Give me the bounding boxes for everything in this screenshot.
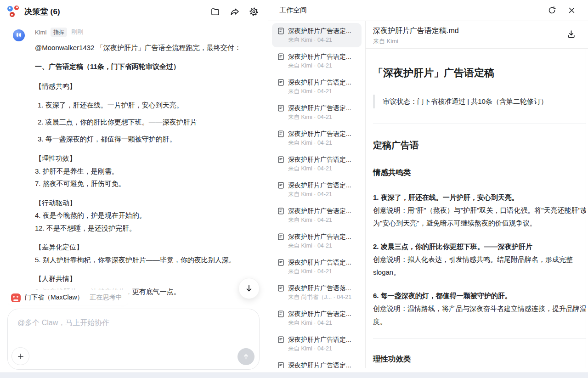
document-icon xyxy=(277,53,285,61)
doc-paragraph: 6. 每一盏深夜的灯，都值得一颗被守护的肝。创意说明：温情路线，将产品与深夜奋斗… xyxy=(373,289,586,328)
folder-icon[interactable] xyxy=(210,7,220,17)
doc-heading: 「深夜护肝片」广告语定稿 xyxy=(373,66,586,80)
file-title: 深夜护肝片广告语定... xyxy=(288,103,351,113)
file-meta: 来自 Kimi · 04-21 xyxy=(288,345,351,353)
thinking-agent-name: 门下省（MaxClaw） xyxy=(25,293,84,302)
chat-header: 决策堂 (6) xyxy=(0,0,268,22)
file-meta: 来自 Kimi · 04-21 xyxy=(288,319,351,327)
file-title: 深夜护肝片广告语定... xyxy=(288,361,351,368)
file-title: 深夜护肝片广告语定... xyxy=(288,26,351,35)
file-list-item[interactable]: 深夜护肝片广告语定...来自 Kimi · 04-21 xyxy=(272,229,362,253)
file-list-item[interactable]: 深夜护肝片广告语定...来自 Kimi · 04-21 xyxy=(272,126,362,150)
close-icon[interactable] xyxy=(567,6,576,15)
document-icon xyxy=(277,259,285,266)
thinking-indicator: 门下省（MaxClaw） 正在思考中 xyxy=(8,290,128,305)
file-title: 深夜护肝片广告语定... xyxy=(288,309,351,318)
doc-explanation: 创意说明：拟人化表达，引发情感共鸣。结尾附品牌名，形成完整slogan。 xyxy=(373,255,573,276)
message-line: 【情感共鸣】 xyxy=(35,80,257,92)
file-meta: 来自 Kimi · 04-21 xyxy=(288,62,351,70)
document-icon xyxy=(277,233,285,241)
plus-icon xyxy=(17,352,25,361)
message-line: 4. 夜是今晚熬的，护是现在开始的。 xyxy=(35,209,257,222)
document-content: 「深夜护肝片」广告语定稿审议状态：门下省核准通过 | 共10条（含第二轮修订）定… xyxy=(373,66,586,368)
kimi-avatar xyxy=(13,29,25,41)
file-title: 深夜护肝片广告语定... xyxy=(288,155,351,164)
arrow-up-icon xyxy=(242,353,250,361)
doc-slogan: 6. 每一盏深夜的灯，都值得一颗被守护的肝。 xyxy=(373,289,586,302)
settings-icon[interactable] xyxy=(249,7,259,17)
file-meta: 来自 尚书省（J... · 04-21 xyxy=(288,293,351,301)
doc-blockquote: 审议状态：门下省核准通过 | 共10条（含第二轮修订） xyxy=(373,95,586,108)
doc-paragraph: 1. 夜深了，肝还在线。一片护肝，安心到天亮。创意说明：用"肝"（熬夜）与"护肝… xyxy=(373,191,586,230)
file-list-item[interactable]: 深夜护肝片广告语定...来自 Kimi · 04-21 xyxy=(272,74,362,99)
file-list-item[interactable]: 深夜护肝片广告语定...来自 Kimi · 04-21 xyxy=(272,23,362,47)
document-icon xyxy=(277,207,285,215)
file-title: 深夜护肝片广告语定... xyxy=(288,206,351,215)
file-list-item[interactable]: 深夜护肝片广告语定...来自 Kimi · 04-21 xyxy=(272,254,362,279)
message-line: @Moonwalker1432 「深夜护肝片」广告语全流程跑完，最终交付： xyxy=(35,41,257,54)
message-line: 3. 护肝不是养生，是刚需。 xyxy=(35,165,257,178)
document-icon xyxy=(277,104,285,112)
composer-placeholder: @多个 Claw，马上开始协作 xyxy=(8,309,259,328)
attach-button[interactable] xyxy=(11,347,29,365)
doc-explanation: 创意说明：用"肝"（熬夜）与"护肝"双关，口语化强。将"天亮还能肝"改为"安心到… xyxy=(373,206,586,227)
document-icon xyxy=(277,181,285,189)
file-list-item[interactable]: 深夜护肝片广告语定...来自 Kimi · 04-21 xyxy=(272,49,362,73)
document-preview[interactable]: 「深夜护肝片」广告语定稿审议状态：门下省核准通过 | 共10条（含第二轮修订）定… xyxy=(366,49,586,368)
file-list-item[interactable]: 深夜护肝片广告语定...来自 Kimi · 04-21 xyxy=(272,203,362,227)
doc-slogan: 2. 凌晨三点，你的肝比你更想下班。——深夜护肝片 xyxy=(373,240,586,253)
message-list-item: 1. 夜深了，肝还在线。一片护肝，安心到天亮。 xyxy=(38,99,257,112)
file-meta: 来自 Kimi · 04-21 xyxy=(288,139,351,147)
file-list-item[interactable]: 深夜护肝片广告语定...来自 Kimi · 04-21 xyxy=(272,177,362,202)
doc-explanation: 创意说明：温情路线，将产品与深夜奋斗者建立情感连接，提升品牌温度。 xyxy=(373,305,586,325)
doc-paragraph: 2. 凌晨三点，你的肝比你更想下班。——深夜护肝片创意说明：拟人化表达，引发情感… xyxy=(373,240,586,279)
send-button[interactable] xyxy=(237,348,254,365)
file-title: 深夜护肝片广告语定... xyxy=(288,78,351,87)
message-time: 刚刚 xyxy=(71,28,83,36)
document-icon xyxy=(277,310,285,318)
scroll-to-bottom-button[interactable] xyxy=(238,278,260,299)
file-meta: 来自 Kimi · 04-21 xyxy=(288,242,351,250)
message-line: 5. 别人护肝靠枸杞，你靠深夜护肝片——毕竟，你的夜比别人深。 xyxy=(35,254,257,266)
file-meta: 来自 Kimi · 04-21 xyxy=(288,216,351,224)
message-author: Kimi xyxy=(35,29,46,36)
arrow-down-icon xyxy=(244,284,254,293)
message-group: 【差异化定位】5. 别人护肝靠枸杞，你靠深夜护肝片——毕竟，你的夜比别人深。 xyxy=(35,241,257,266)
refresh-icon[interactable] xyxy=(548,6,556,15)
message-body: @Moonwalker1432 「深夜护肝片」广告语全流程跑完，最终交付：一、广… xyxy=(35,41,259,298)
file-title: 深夜护肝片广告语定... xyxy=(288,258,351,267)
workspace-header: 工作空间 xyxy=(268,0,588,21)
message-group: 【理性功效】3. 护肝不是养生，是刚需。7. 熬夜不可避免，肝伤可免。 xyxy=(35,152,257,190)
document-icon xyxy=(277,156,285,164)
chat-panel: 决策堂 (6) xyxy=(0,0,268,373)
file-title: 深夜护肝片广告语定... xyxy=(288,129,351,138)
share-icon[interactable] xyxy=(230,7,239,17)
robot-avatar-icon xyxy=(11,293,21,302)
file-list-item[interactable]: 深夜护肝片广告语定...来自 Kimi · 04-21 xyxy=(272,306,362,330)
message-composer[interactable]: @多个 Claw，马上开始协作 xyxy=(7,309,260,370)
file-meta: 来自 Kimi · 04-21 xyxy=(288,36,351,44)
file-list-item[interactable]: 深夜护肝片广告语定...来自 Kimi · 04-21 xyxy=(272,100,362,124)
file-title: 深夜护肝片广告语定... xyxy=(288,181,351,190)
group-logo-icon xyxy=(7,6,20,17)
message-list: 1. 夜深了，肝还在线。一片护肝，安心到天亮。2. 凌晨三点，你的肝比你更想下班… xyxy=(35,99,257,146)
file-list-item[interactable]: 深夜护肝片广告语定...来自 Kimi · 04-21 xyxy=(272,332,362,356)
role-badge: 指挥 xyxy=(51,28,67,37)
file-list-item[interactable]: 深夜护肝片广告语定...来自 Kimi · 04-21 xyxy=(272,357,362,368)
file-list-item[interactable]: 深夜护肝片广告语落...来自 尚书省（J... · 04-21 xyxy=(272,280,362,305)
message-line: 7. 熬夜不可避免，肝伤可免。 xyxy=(35,177,257,190)
document-icon xyxy=(277,361,285,368)
message-line: 【人群共情】 xyxy=(35,272,257,285)
message-line: 【理性功效】 xyxy=(35,152,257,165)
file-title: 深夜护肝片广告语定... xyxy=(288,232,351,241)
workspace-panel: 工作空间 深夜护肝片广告语定...来自 Kimi · 04-21深夜护肝片广告语… xyxy=(268,0,588,373)
file-meta: 来自 Kimi · 04-21 xyxy=(288,165,351,173)
document-source: 来自 Kimi xyxy=(373,37,575,45)
document-header: 深夜护肝片广告语定稿.md 来自 Kimi xyxy=(366,21,588,49)
message-line: 一、广告语定稿（11条，门下省两轮审议全过） xyxy=(35,60,257,73)
doc-divider xyxy=(373,124,586,124)
file-list-item[interactable]: 深夜护肝片广告语定...来自 Kimi · 04-21 xyxy=(272,152,362,176)
thinking-status: 正在思考中 xyxy=(90,293,122,302)
download-icon[interactable] xyxy=(566,29,576,39)
message-list-item: 2. 凌晨三点，你的肝比你更想下班。——深夜护肝片 xyxy=(38,116,257,129)
